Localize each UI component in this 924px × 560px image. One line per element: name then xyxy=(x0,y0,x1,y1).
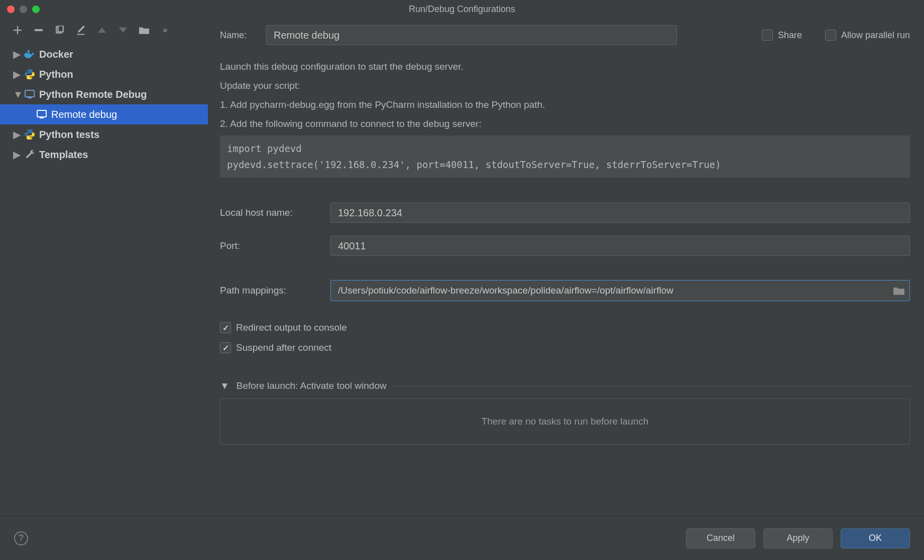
remove-config-button[interactable] xyxy=(33,25,44,36)
dialog-footer: ? Cancel Apply OK xyxy=(0,516,924,560)
docker-icon xyxy=(24,49,35,60)
config-detail-panel: Name: Share Allow parallel run Launch th… xyxy=(208,18,924,516)
before-launch-empty-text: There are no tasks to run before launch xyxy=(482,416,649,427)
tree-node-remote-debug[interactable]: Remote debug xyxy=(0,104,208,124)
sidebar-toolbar: » xyxy=(0,18,208,42)
move-down-button[interactable] xyxy=(118,25,129,36)
ok-label: OK xyxy=(869,533,882,543)
overflow-button[interactable]: » xyxy=(160,25,171,36)
config-tree: ▶ Docker ▶ Python ▼ xyxy=(0,42,208,516)
path-mappings-input[interactable] xyxy=(338,285,893,296)
titlebar: Run/Debug Configurations xyxy=(0,0,924,18)
path-mappings-label: Path mappings: xyxy=(220,285,320,296)
tree-node-python[interactable]: ▶ Python xyxy=(0,64,208,84)
redirect-output-checkbox-row[interactable]: Redirect output to console xyxy=(220,322,347,333)
redirect-output-label: Redirect output to console xyxy=(236,322,347,333)
python-icon xyxy=(24,69,35,80)
instruction-line: Launch this debug configuration to start… xyxy=(220,57,910,76)
remote-debug-icon xyxy=(36,109,47,120)
python-icon xyxy=(24,129,35,140)
parallel-label: Allow parallel run xyxy=(841,30,910,41)
tree-node-docker[interactable]: ▶ Docker xyxy=(0,44,208,64)
tree-node-label: Docker xyxy=(39,49,73,60)
checkbox-checked-icon xyxy=(220,322,231,333)
suspend-connect-checkbox-row[interactable]: Suspend after connect xyxy=(220,342,331,353)
svg-rect-5 xyxy=(28,50,30,52)
host-input[interactable] xyxy=(330,203,910,223)
help-button[interactable]: ? xyxy=(14,531,28,545)
tree-node-label: Remote debug xyxy=(51,109,117,120)
collapse-arrow-icon: ▼ xyxy=(220,380,229,391)
svg-rect-2 xyxy=(58,26,63,32)
folder-button[interactable] xyxy=(139,25,150,36)
expand-arrow-icon: ▶ xyxy=(13,48,20,60)
wrench-icon xyxy=(24,149,35,160)
port-label: Port: xyxy=(220,240,320,251)
cancel-label: Cancel xyxy=(707,533,735,543)
checkbox-checked-icon xyxy=(220,342,231,353)
svg-rect-7 xyxy=(28,97,32,98)
path-mappings-field[interactable] xyxy=(330,280,910,301)
share-label: Share xyxy=(778,30,802,41)
tree-node-label: Python tests xyxy=(39,129,99,141)
host-label: Local host name: xyxy=(220,207,320,218)
before-launch-title: Before launch: Activate tool window xyxy=(237,380,387,391)
divider xyxy=(394,386,910,386)
name-label: Name: xyxy=(220,30,255,41)
tree-node-label: Python Remote Debug xyxy=(39,89,147,100)
svg-rect-9 xyxy=(40,117,44,118)
tree-node-python-tests[interactable]: ▶ Python tests xyxy=(0,124,208,145)
tree-node-label: Templates xyxy=(39,149,88,161)
parallel-checkbox-row[interactable]: Allow parallel run xyxy=(825,30,910,41)
instruction-line: 2. Add the following command to connect … xyxy=(220,114,910,133)
checkbox-icon xyxy=(762,30,773,41)
ok-button[interactable]: OK xyxy=(841,528,910,548)
apply-button[interactable]: Apply xyxy=(763,528,833,548)
before-launch-tasks-box: There are no tasks to run before launch xyxy=(220,398,910,445)
checkbox-icon xyxy=(825,30,836,41)
window-title: Run/Debug Configurations xyxy=(0,4,924,15)
share-checkbox-row[interactable]: Share xyxy=(762,30,802,41)
config-name-input[interactable] xyxy=(266,25,677,45)
expand-arrow-icon: ▶ xyxy=(13,149,20,161)
instruction-line: 1. Add pycharm-debug.egg from the PyChar… xyxy=(220,95,910,114)
before-launch-header[interactable]: ▼ Before launch: Activate tool window xyxy=(220,380,910,391)
remote-debug-icon xyxy=(24,89,35,100)
port-input[interactable] xyxy=(330,236,910,256)
config-sidebar: » ▶ Docker ▶ Python xyxy=(0,18,208,516)
suspend-connect-label: Suspend after connect xyxy=(236,342,331,353)
move-up-button[interactable] xyxy=(96,25,107,36)
tree-node-templates[interactable]: ▶ Templates xyxy=(0,145,208,165)
svg-rect-6 xyxy=(25,90,34,97)
tree-node-label: Python xyxy=(39,69,73,80)
edit-defaults-button[interactable] xyxy=(75,25,86,36)
cancel-button[interactable]: Cancel xyxy=(686,528,755,548)
copy-config-button[interactable] xyxy=(54,25,65,36)
code-snippet: import pydevd pydevd.settrace('192.168.0… xyxy=(220,135,910,178)
collapse-arrow-icon: ▼ xyxy=(13,89,20,100)
expand-arrow-icon: ▶ xyxy=(13,68,20,80)
instruction-line: Update your script: xyxy=(220,76,910,95)
browse-folder-button[interactable] xyxy=(893,286,904,295)
add-config-button[interactable] xyxy=(12,25,23,36)
apply-label: Apply xyxy=(786,533,809,543)
svg-rect-0 xyxy=(35,29,43,31)
expand-arrow-icon: ▶ xyxy=(13,128,20,141)
svg-rect-8 xyxy=(37,110,46,117)
tree-node-python-remote-debug[interactable]: ▼ Python Remote Debug xyxy=(0,84,208,104)
